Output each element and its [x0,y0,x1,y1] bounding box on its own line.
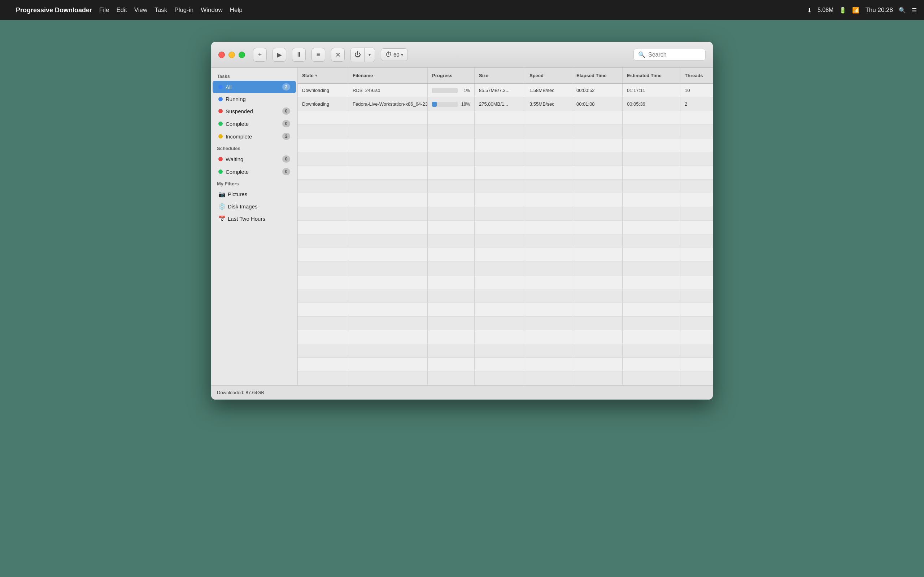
maximize-button[interactable] [239,52,245,58]
empty-estimated [623,276,680,289]
power-button[interactable]: ⏻ [351,48,365,62]
menu-help[interactable]: Help [230,6,242,14]
pause-button[interactable]: ⏸ [292,48,306,62]
minimize-button[interactable] [228,52,235,58]
empty-elapsed [572,207,623,220]
list-button[interactable]: ≡ [312,48,325,62]
empty-size [475,358,525,371]
elapsed-col-label: Elapsed Time [577,73,607,78]
statusbar: Downloaded: 87.64GB [211,385,713,400]
empty-state [298,111,348,124]
cell-state-1: Downloading [298,97,348,111]
sidebar-item-complete-tasks[interactable]: Complete 0 [213,118,296,130]
sidebar-item-suspended[interactable]: Suspended 0 [213,105,296,117]
sidebar-item-running[interactable]: Running [213,93,296,105]
empty-speed [525,152,572,166]
camera-icon: 📷 [218,191,225,198]
table-row[interactable]: Downloading Fedora-Live-Workstation-x86_… [298,97,713,111]
sidebar-item-pictures[interactable]: 📷 Pictures [213,188,296,200]
sidebar-label-all: All [226,84,279,90]
add-button[interactable]: + [253,48,267,62]
empty-progress [428,358,475,371]
menu-window[interactable]: Window [201,6,222,14]
col-header-estimated[interactable]: Estimated Time [623,68,680,83]
disk-icon: 💿 [218,203,225,210]
table-row-empty [298,207,713,221]
empty-elapsed [572,262,623,275]
table-row-empty [298,221,713,234]
empty-filename [348,276,428,289]
sidebar-item-complete-sched[interactable]: Complete 0 [213,166,296,178]
sidebar-item-disk-images[interactable]: 💿 Disk Images [213,200,296,213]
table-body: Downloading RDS_249.iso 1% 85.57MB/7.3..… [298,84,713,385]
list-menubar-icon[interactable]: ☰ [912,7,917,14]
menu-plugin[interactable]: Plug-in [174,6,194,14]
empty-estimated [623,207,680,220]
sidebar-item-all[interactable]: All 2 [213,81,296,93]
col-header-size[interactable]: Size [475,68,525,83]
menu-view[interactable]: View [134,6,148,14]
empty-state [298,152,348,166]
sidebar-item-incomplete[interactable]: Incomplete 2 [213,130,296,142]
all-dot [218,85,223,89]
empty-progress [428,166,475,179]
empty-progress [428,344,475,357]
empty-threads [680,303,713,316]
search-input[interactable] [648,52,701,58]
play-button[interactable]: ▶ [273,48,286,62]
empty-size [475,221,525,234]
empty-progress [428,221,475,234]
empty-progress [428,207,475,220]
power-dropdown[interactable]: ▾ [365,48,375,62]
empty-threads [680,166,713,179]
search-menubar-icon[interactable]: 🔍 [899,7,906,14]
close-x-button[interactable]: ✕ [331,48,345,62]
sidebar-item-waiting[interactable]: Waiting 0 [213,153,296,165]
sidebar-item-last-two-hours[interactable]: 📅 Last Two Hours [213,213,296,225]
table-row[interactable]: Downloading RDS_249.iso 1% 85.57MB/7.3..… [298,84,713,97]
empty-estimated [623,234,680,248]
empty-estimated [623,317,680,330]
col-header-speed[interactable]: Speed [525,68,572,83]
search-box[interactable]: 🔍 [633,49,706,61]
empty-elapsed [572,344,623,357]
timer-value: 60 [393,52,399,58]
col-header-progress[interactable]: Progress [428,68,475,83]
empty-elapsed [572,152,623,166]
empty-filename [348,207,428,220]
timer-button[interactable]: ⏱ 60 ▾ [381,48,408,61]
empty-elapsed [572,221,623,234]
empty-estimated [623,344,680,357]
complete-tasks-badge: 0 [282,120,290,127]
menu-file[interactable]: File [99,6,109,14]
empty-filename [348,152,428,166]
col-header-threads[interactable]: Threads [680,68,713,83]
calendar-icon: 📅 [218,215,225,222]
empty-size [475,139,525,152]
close-button[interactable] [218,52,225,58]
col-header-filename[interactable]: Filename [348,68,428,83]
col-header-state[interactable]: State ▾ [298,68,348,83]
empty-threads [680,358,713,371]
empty-speed [525,344,572,357]
app-name[interactable]: Progressive Downloader [16,6,92,14]
timer-chevron-icon: ▾ [401,52,403,57]
empty-state [298,166,348,179]
sidebar-label-incomplete: Incomplete [226,134,279,140]
empty-progress [428,234,475,248]
progress-col-label: Progress [432,73,452,78]
complete-sched-badge: 0 [282,168,290,175]
menu-task[interactable]: Task [155,6,167,14]
cell-progress-0: 1% [428,84,475,97]
empty-elapsed [572,111,623,124]
empty-threads [680,180,713,193]
empty-size [475,344,525,357]
empty-progress [428,262,475,275]
empty-filename [348,125,428,138]
empty-threads [680,207,713,220]
menu-edit[interactable]: Edit [116,6,127,14]
table-row-empty [298,111,713,125]
empty-estimated [623,139,680,152]
col-header-elapsed[interactable]: Elapsed Time [572,68,623,83]
cell-elapsed-0: 00:00:52 [572,84,623,97]
